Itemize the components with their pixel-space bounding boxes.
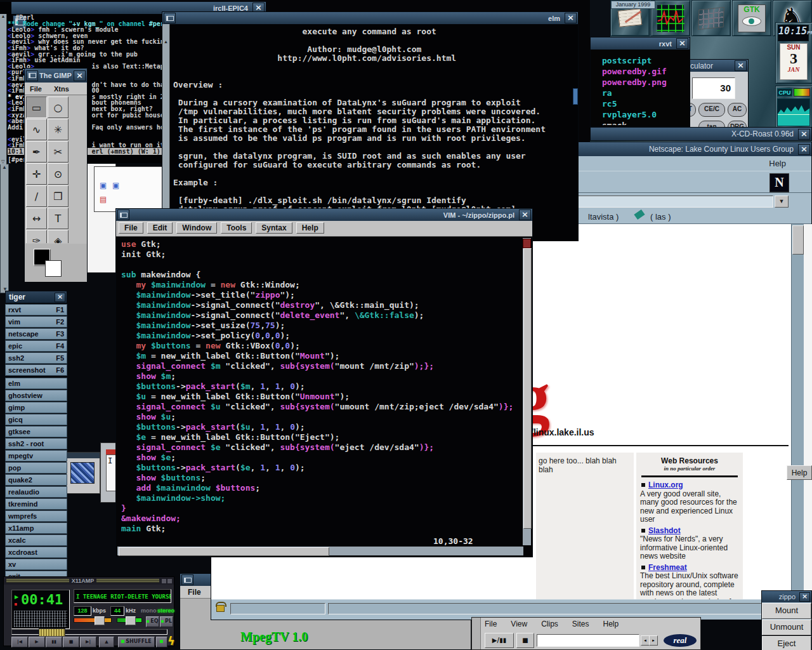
netscape-vscrollbar[interactable]	[791, 224, 804, 599]
realplayer-menu-clips[interactable]: Clips	[541, 620, 558, 628]
scroll-up-icon[interactable]: ▲	[162, 39, 169, 44]
tiger-titlebar[interactable]: tiger ×	[5, 291, 67, 303]
zippo-unmount-button[interactable]: Unmount	[762, 620, 811, 635]
miniaturize-icon[interactable]	[181, 574, 193, 585]
help-button-fragment[interactable]: Help	[787, 465, 812, 480]
netscape-logo[interactable]: N	[769, 173, 789, 192]
close-icon[interactable]: ×	[798, 129, 810, 140]
close-icon[interactable]: ×	[74, 70, 86, 81]
zippo-titlebar[interactable]: zippo ×	[762, 591, 811, 602]
tiger-item-gtksee[interactable]: gtksee	[5, 426, 67, 437]
realplayer-menu-sites[interactable]: Sites	[572, 620, 589, 628]
tiger-item-ssh2[interactable]: ssh2F5	[5, 352, 67, 364]
file-entry[interactable]: rvplayer5.0	[602, 109, 688, 120]
tiger-item-xcdroast[interactable]: xcdroast	[5, 547, 67, 558]
rxvt-window[interactable]: rxvt × postscriptpoweredby.gifpoweredby.…	[590, 37, 690, 127]
ellipse-select-tool[interactable]: ○	[48, 96, 69, 118]
seek-handle[interactable]	[39, 628, 65, 637]
file-entry[interactable]: ra	[602, 88, 688, 98]
stop-button[interactable]: ■	[63, 637, 79, 647]
volume-slider[interactable]	[74, 618, 112, 623]
xcdroast-window[interactable]: X-CD-Roast 0.96d ×	[590, 127, 812, 141]
gimp-menu-file[interactable]: File	[30, 85, 42, 93]
next-button[interactable]: ▶|	[80, 637, 96, 647]
tiger-item-xcalc[interactable]: xcalc	[5, 534, 67, 546]
close-icon[interactable]	[167, 579, 172, 583]
scrollbar-thumb[interactable]	[792, 225, 804, 255]
playlist-button[interactable]: PL	[160, 616, 173, 627]
tiger-item-rxvt[interactable]: rxvtF1	[5, 304, 67, 315]
close-icon[interactable]: ×	[799, 592, 810, 602]
close-icon[interactable]: ×	[519, 209, 531, 220]
zippo-window[interactable]: zippo × MountUnmountEject	[761, 590, 812, 650]
irc-scrollbar[interactable]: ▲ ▽	[0, 14, 7, 164]
bezier-select-tool[interactable]: ✒	[26, 141, 47, 162]
tiger-item-netscape[interactable]: netscapeF3	[5, 328, 67, 340]
vim-vscrollbar[interactable]	[523, 238, 531, 545]
file-entry[interactable]: poweredby.png	[602, 77, 688, 88]
text-tool[interactable]: T	[48, 208, 69, 229]
close-icon[interactable]: ×	[676, 38, 688, 49]
miniaturize-icon[interactable]	[117, 209, 129, 220]
tiger-item-wmprefs[interactable]: wmprefs	[5, 510, 67, 522]
stop-button[interactable]: ■	[516, 633, 534, 648]
vim-menu-edit[interactable]: Edit	[147, 222, 173, 234]
close-icon[interactable]: ×	[798, 144, 810, 155]
crop-tool[interactable]: ∕	[26, 185, 47, 207]
scissors-tool[interactable]: ✂	[48, 141, 69, 162]
tiger-item-realaudio[interactable]: realaudio	[5, 486, 67, 498]
dock-tile-monitor[interactable]	[651, 0, 690, 36]
seek-bar[interactable]	[11, 629, 167, 635]
repeat-button[interactable]	[156, 637, 167, 647]
menu-help[interactable]: Help	[769, 159, 786, 168]
spin-down-icon[interactable]: ▸	[649, 635, 658, 646]
scroll-up-icon[interactable]: ▲	[0, 14, 6, 18]
elm-window[interactable]: elm × ▲ execute any command as root Auth…	[162, 11, 579, 241]
scrollbar-thumb[interactable]	[119, 547, 329, 556]
vim-buffer[interactable]: use Gtk;init Gtk; sub makewindow { my $m…	[121, 239, 525, 535]
scrollbar-fragment[interactable]: ▲ ▼	[0, 164, 9, 293]
resource-link[interactable]: Linux.org	[648, 481, 683, 489]
slider-handle[interactable]	[126, 616, 136, 625]
dock-tile-calculator[interactable]	[691, 0, 731, 36]
folder-icon[interactable]: ▣	[100, 181, 107, 190]
shuffle-button[interactable]: SHUFFLE	[118, 637, 155, 647]
x11amp-titlebar[interactable]: X11AMP	[4, 577, 174, 585]
scroll-up-icon[interactable]: ▲	[1, 164, 8, 170]
eq-button[interactable]: EQ	[146, 616, 159, 627]
play-pause-button[interactable]: ▶/▮▮	[485, 633, 514, 648]
xcdroast-titlebar[interactable]: X-CD-Roast 0.96d ×	[591, 128, 811, 140]
tiger-item-gimp[interactable]: gimp	[5, 402, 67, 413]
vim-menu-syntax[interactable]: Syntax	[256, 222, 292, 234]
zippo-mount-button[interactable]: Mount	[762, 603, 811, 619]
background-color-swatch[interactable]	[45, 260, 62, 277]
fuzzy-select-tool[interactable]: ✳	[48, 119, 69, 140]
rxvt-titlebar[interactable]: rxvt ×	[591, 37, 690, 50]
tiger-item-x11amp[interactable]: x11amp	[5, 522, 67, 534]
gimp-menu-xtns[interactable]: Xtns	[54, 85, 69, 93]
cpu-tile[interactable]: CPU	[775, 86, 812, 129]
tiger-item-ghostview[interactable]: ghostview	[5, 390, 67, 401]
magnify-tool[interactable]: ⊙	[48, 163, 69, 185]
realplayer-window[interactable]: FileViewClipsSitesHelp ▶/▮▮ ■ ◂ ▸ real	[471, 617, 701, 650]
mpegtv-menu-file[interactable]: File	[188, 586, 201, 599]
scrollbar-thumb[interactable]	[523, 248, 532, 529]
tiger-item-elm[interactable]: elm	[5, 378, 67, 389]
miniaturize-icon[interactable]	[26, 70, 38, 81]
file-entry[interactable]: poweredby.gif	[602, 66, 688, 77]
color-picker-tool[interactable]: ✑	[26, 230, 47, 243]
vim-menu-window[interactable]: Window	[176, 222, 217, 234]
x11amp-trackbox[interactable]: I TEENAGE RIOT-DELETE YOURSELF	[74, 589, 171, 603]
tiger-item-gicq[interactable]: gicq	[5, 414, 67, 425]
x11amp-window[interactable]: X11AMP ▶ 00:41 I TEENAGE RIOT-DELETE YOU…	[3, 576, 174, 646]
eject-button[interactable]: ▲	[99, 637, 114, 647]
flip-tool[interactable]: ↔	[26, 208, 47, 229]
tiger-item-screenshot[interactable]: screenshotF6	[5, 364, 67, 376]
file-entry[interactable]: rc5	[602, 98, 688, 109]
location-dropdown-icon[interactable]: ▼	[775, 196, 789, 208]
vim-window[interactable]: VIM - ~/zippo/zippo.pl × FileEditWindowT…	[115, 208, 533, 557]
gimp-window[interactable]: The GIMP × File Xtns ▭○∿✳✒✂✛⊙∕❒↔T✑◈▨✏✐▱≈…	[24, 68, 88, 282]
clock-tile[interactable]: 10:15PM SUN 3 JAN	[775, 22, 812, 84]
scroll-down-icon[interactable]: ▽	[1, 159, 4, 164]
slider-handle[interactable]	[95, 616, 105, 625]
